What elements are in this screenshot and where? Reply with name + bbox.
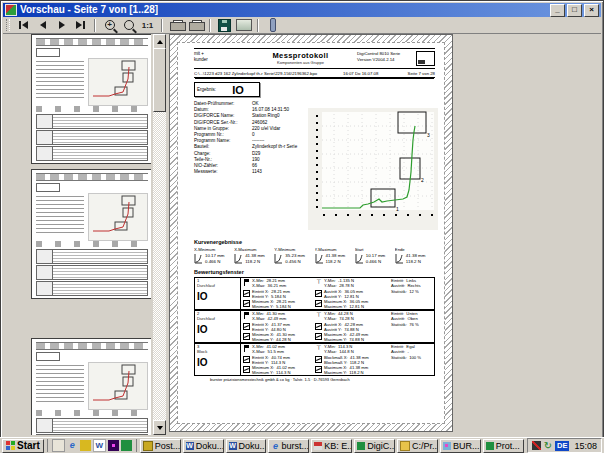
row-result: IO — [197, 357, 238, 368]
threshold-icon — [315, 345, 322, 352]
zoom-100-icon: 1:1 — [142, 21, 154, 30]
last-page-button[interactable] — [71, 18, 90, 32]
toolbar-separator — [209, 19, 211, 32]
window-title: Vorschau - Seite 7 von [1..28] — [20, 3, 158, 17]
toolbar-grip[interactable] — [6, 19, 10, 31]
thumb-result-box — [36, 48, 60, 57]
toolbar-separator — [257, 19, 259, 32]
page-thumbnail[interactable] — [31, 338, 151, 435]
curve-result: X-Minimum 10.17 mm0.466 N — [194, 247, 234, 264]
window-icon — [315, 290, 322, 297]
mail-icon — [143, 441, 153, 451]
show-desktop-icon[interactable] — [52, 439, 65, 452]
internet-explorer-icon: e — [271, 442, 279, 450]
preview-window: Vorschau - Seite 7 von [1..28] _ □ × + 1… — [0, 0, 604, 453]
zoom-in-button[interactable]: + — [100, 18, 119, 32]
media-app-icon[interactable] — [108, 440, 119, 451]
thumbnail-scrollbar[interactable] — [153, 34, 166, 435]
measurement-chart: 1 2 3 — [308, 108, 438, 230]
toolbar: + 1:1 — [3, 17, 601, 34]
word-icon: W — [186, 442, 194, 450]
evaluation-row: 1 Durchlauf IO X-Min: 28.21 mmX-Max: 36.… — [195, 278, 434, 311]
mini-curve-icon — [315, 253, 324, 264]
evaluation-windows-title: Bewertungsfenster — [194, 269, 435, 275]
yellow-app-icon[interactable] — [80, 440, 91, 451]
curve-results-section: Kurvenergebnisse X-Minimum 10.17 mm0.466… — [194, 239, 435, 264]
sync-icon[interactable]: ↻ — [544, 441, 552, 451]
attachment-icon — [270, 18, 276, 32]
scrollbar-thumb[interactable] — [153, 48, 166, 112]
export-image-button[interactable] — [234, 18, 253, 32]
window-label-3: 3 — [427, 132, 430, 138]
word-icon[interactable]: W — [93, 439, 106, 452]
toolbar-separator — [161, 19, 163, 32]
task-button-doku1[interactable]: WDoku... — [183, 439, 224, 453]
window-icon — [243, 300, 250, 307]
minimize-button[interactable]: _ — [550, 4, 565, 17]
mini-curve-icon — [355, 253, 364, 264]
page-thumbnail[interactable] — [31, 34, 151, 164]
first-page-button[interactable] — [14, 18, 33, 32]
taskbar-clock[interactable]: 15:08 — [572, 441, 597, 451]
restore-button[interactable]: □ — [567, 4, 582, 17]
curve-result: Start 10.17 mm0.466 N — [355, 247, 395, 264]
task-button-bur[interactable]: BUR... — [440, 439, 481, 453]
muted-speaker-icon[interactable] — [532, 441, 541, 450]
previous-page-icon — [40, 21, 46, 29]
thumbnail-panel — [3, 34, 151, 435]
app-icon — [5, 4, 17, 16]
windows-flag-icon — [6, 441, 15, 450]
page-indicator: Seite 7 von 28 — [399, 71, 435, 76]
protocol-title: Messprotokoll — [244, 51, 357, 60]
internet-explorer-icon[interactable]: e — [67, 440, 78, 451]
task-button-doku2[interactable]: WDoku... — [226, 439, 267, 453]
previous-page-button[interactable] — [33, 18, 52, 32]
zoom-100-button[interactable]: 1:1 — [138, 18, 157, 32]
start-button[interactable]: Start — [2, 439, 44, 453]
language-indicator[interactable]: DE — [555, 441, 569, 451]
task-button-digic[interactable]: DigiC... — [354, 439, 395, 453]
curve-result: Ende 41.38 mm118.2 N — [395, 247, 435, 264]
row-result: IO — [197, 291, 238, 302]
curve-result: Y-Minimum 35.23 mm0.456 N — [274, 247, 314, 264]
title-bar[interactable]: Vorschau - Seite 7 von [1..28] _ □ × — [3, 3, 601, 17]
next-page-button[interactable] — [52, 18, 71, 32]
task-button-post[interactable]: Post... — [140, 439, 181, 453]
zoom-out-button[interactable] — [119, 18, 138, 32]
evaluation-row: 2 Durchlauf IO X-Min: 41.30 mmX-Max: 42.… — [195, 311, 434, 344]
window-label-2: 2 — [421, 177, 424, 183]
save-button[interactable] — [215, 18, 234, 32]
software-version: Version V2004.2.14 — [357, 57, 413, 63]
scroll-down-button[interactable] — [153, 420, 166, 435]
window-icon — [315, 300, 322, 307]
print-setup-button[interactable] — [186, 18, 205, 32]
task-button-burst[interactable]: eburst... — [268, 439, 309, 453]
window-icon — [315, 333, 322, 340]
window-label-1: 1 — [396, 206, 399, 212]
task-buttons: Post... WDoku... WDoku... eburst... KB: … — [140, 439, 524, 453]
attach-button[interactable] — [263, 18, 282, 32]
curve-results-title: Kurvenergebnisse — [194, 239, 435, 245]
threshold-icon — [315, 279, 322, 286]
window-icon — [243, 333, 250, 340]
window-icon — [243, 290, 250, 297]
page-thumbnail[interactable] — [31, 169, 151, 299]
thumb-curve — [89, 363, 145, 407]
thumb-curve — [89, 59, 145, 103]
image-icon — [236, 19, 252, 31]
print-datetime: 16:07 Do 16.07.08 — [343, 71, 399, 76]
print-button[interactable] — [167, 18, 186, 32]
task-button-cpr[interactable]: C:/Pr... — [397, 439, 438, 453]
task-button-kb[interactable]: KB: E... — [311, 439, 352, 453]
company-logo — [416, 51, 435, 66]
scroll-up-button[interactable] — [153, 34, 166, 49]
task-button-prot[interactable]: Prot... — [483, 439, 524, 453]
close-button[interactable]: × — [584, 4, 599, 17]
page-content-area: mit + kunder Messprotokoll Komponenten a… — [177, 42, 445, 424]
first-page-icon — [19, 21, 21, 29]
thumb-chart — [88, 58, 148, 106]
thumb-chart — [88, 193, 148, 241]
preview-client-area: mit + kunder Messprotokoll Komponenten a… — [3, 34, 601, 435]
document-footer: burster präzisionsmesstechnik gmbh & co … — [210, 377, 350, 382]
green-app-icon[interactable] — [121, 440, 132, 451]
